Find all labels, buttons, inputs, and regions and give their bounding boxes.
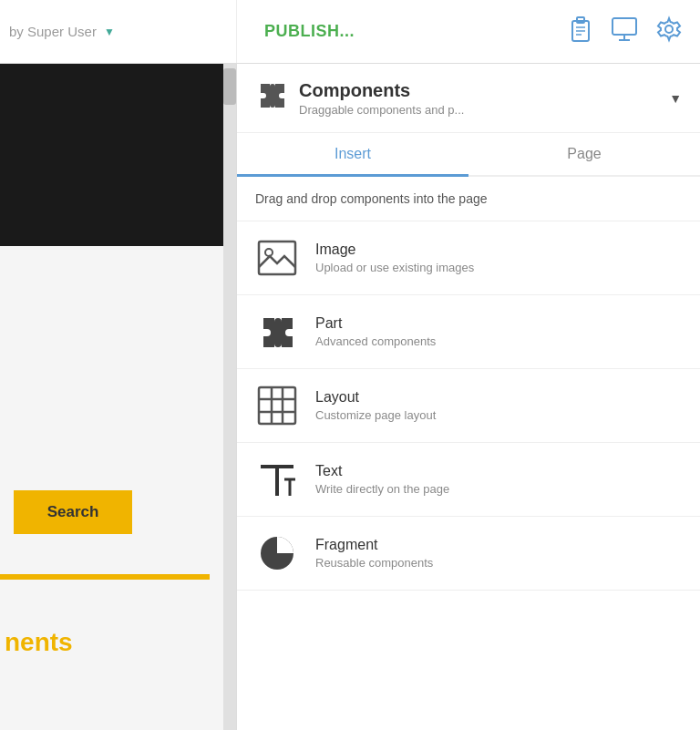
components-panel: Components Draggable components and p...…: [237, 64, 700, 730]
text-info: Text Write directly on the page: [315, 463, 449, 496]
fragment-name: Fragment: [315, 537, 433, 553]
header-icons: [569, 15, 700, 48]
components-partial-label: nents: [5, 628, 73, 657]
components-puzzle-icon: [255, 78, 288, 118]
svg-point-10: [265, 249, 273, 256]
text-desc: Write directly on the page: [315, 482, 449, 496]
fragment-desc: Reusable components: [315, 556, 433, 570]
scrollbar-thumb[interactable]: [223, 68, 236, 105]
tab-insert[interactable]: Insert: [237, 133, 468, 175]
main-area: Search nents Components Draggable compon…: [0, 64, 700, 730]
svg-rect-9: [259, 242, 295, 274]
component-item-layout[interactable]: Layout Customize page layout: [237, 369, 700, 443]
svg-rect-11: [259, 387, 295, 424]
fragment-icon: [255, 531, 299, 575]
header-left: by Super User ▼: [0, 0, 237, 63]
component-item-image[interactable]: Image Upload or use existing images: [237, 221, 700, 295]
image-info: Image Upload or use existing images: [315, 242, 474, 274]
components-title: Components: [299, 80, 464, 101]
header-dropdown-arrow-icon[interactable]: ▼: [104, 26, 115, 38]
image-name: Image: [315, 242, 474, 258]
component-item-part[interactable]: Part Advanced components: [237, 295, 700, 369]
instructions-text: Drag and drop components into the page: [237, 177, 700, 221]
layout-desc: Customize page layout: [315, 408, 436, 422]
dark-canvas: [0, 64, 236, 246]
header-center: PUBLISH...: [237, 22, 569, 41]
clipboard-icon[interactable]: [569, 15, 592, 48]
svg-rect-5: [612, 18, 636, 35]
components-panel-header: Components Draggable components and p...…: [237, 64, 700, 133]
image-icon: [255, 236, 299, 280]
component-item-text[interactable]: Text Write directly on the page: [237, 443, 700, 517]
header: by Super User ▼ PUBLISH...: [0, 0, 700, 64]
search-section: Search: [0, 477, 210, 548]
search-button[interactable]: Search: [14, 490, 132, 534]
tabs-bar: Insert Page: [237, 133, 700, 177]
layout-name: Layout: [315, 389, 436, 406]
tab-page[interactable]: Page: [468, 133, 700, 175]
component-item-fragment[interactable]: Fragment Reusable components: [237, 517, 700, 591]
scrollbar-track[interactable]: [223, 64, 236, 730]
components-header-left: Components Draggable components and p...: [255, 78, 464, 118]
components-title-block: Components Draggable components and p...: [299, 80, 464, 117]
component-list: Image Upload or use existing images Part…: [237, 221, 700, 730]
monitor-icon[interactable]: [611, 16, 638, 47]
part-name: Part: [315, 315, 436, 332]
by-super-user-label: by Super User: [9, 24, 97, 39]
publish-button[interactable]: PUBLISH...: [264, 22, 355, 41]
svg-point-8: [665, 26, 673, 33]
left-panel: Search nents: [0, 64, 237, 730]
components-subtitle: Draggable components and p...: [299, 103, 464, 117]
components-dropdown-arrow-icon[interactable]: ▼: [669, 91, 682, 106]
text-icon: [255, 458, 299, 501]
image-desc: Upload or use existing images: [315, 261, 474, 274]
part-desc: Advanced components: [315, 334, 436, 348]
fragment-info: Fragment Reusable components: [315, 537, 433, 570]
layout-icon: [255, 384, 299, 427]
part-info: Part Advanced components: [315, 315, 436, 348]
layout-info: Layout Customize page layout: [315, 389, 436, 422]
gear-icon[interactable]: [656, 16, 682, 47]
part-icon: [255, 310, 299, 354]
text-name: Text: [315, 463, 449, 479]
yellow-bar: [0, 574, 210, 580]
